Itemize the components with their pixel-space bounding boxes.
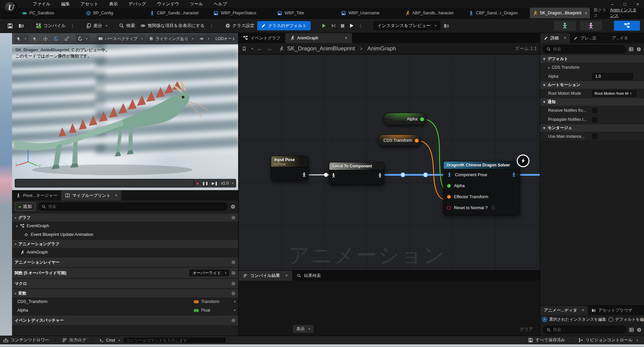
- menu-asset[interactable]: アセット: [76, 0, 103, 8]
- close-tab-icon[interactable]: ×: [564, 36, 566, 40]
- step-frame-icon[interactable]: ▶❚: [212, 181, 218, 186]
- save-asset-icon[interactable]: [7, 23, 13, 29]
- skeleton-mode-button[interactable]: [554, 21, 576, 31]
- details-search[interactable]: [543, 45, 626, 53]
- mesh-mode-button[interactable]: [580, 21, 602, 31]
- menu-window[interactable]: ウィンドウ: [152, 0, 184, 8]
- unreal-logo-icon[interactable]: U: [4, 1, 17, 14]
- row-propagate-notifies[interactable]: Propagate Notifies t...: [540, 115, 644, 124]
- breadcrumb-root[interactable]: SK_Dragon_AnimBlueprint: [287, 45, 355, 52]
- pose-output-pin[interactable]: [511, 172, 516, 177]
- lod-dropdown[interactable]: LODオート▾: [213, 34, 238, 43]
- diff-button[interactable]: 差分▾: [84, 21, 110, 31]
- hide-unrelated-kebab-icon[interactable]: ⋮: [209, 23, 214, 28]
- pin-row-effector-transform[interactable]: Effector Transform: [444, 191, 520, 202]
- receive-notifies-checkbox[interactable]: [592, 108, 597, 113]
- item-event-update-animation[interactable]: Event Blueprint Update Animation: [12, 230, 238, 239]
- display-options-icon[interactable]: [629, 47, 634, 52]
- override-dropdown[interactable]: オーバーライド▾: [189, 270, 229, 276]
- move-tool-icon[interactable]: [41, 34, 50, 43]
- record-icon[interactable]: ●: [196, 181, 199, 186]
- pose-input-pin[interactable]: [331, 173, 336, 178]
- reset-checkbox[interactable]: [491, 205, 496, 210]
- bool-input-pin[interactable]: [447, 206, 451, 210]
- node-local-to-component[interactable]: Local To Component: [329, 162, 384, 185]
- row-root-motion-mode[interactable]: Root Motion ModeRoot Motion from M▾: [540, 89, 644, 98]
- transform-input-pin[interactable]: [447, 195, 451, 199]
- bookmark-dropdown-icon[interactable]: [242, 46, 247, 51]
- row-use-main-instance[interactable]: Use Main Instance...: [540, 132, 644, 141]
- blueprint-mode-button[interactable]: [614, 21, 640, 31]
- root-motion-mode-dropdown[interactable]: Root Motion from M▾: [592, 90, 636, 97]
- menu-file[interactable]: ファイル: [28, 0, 55, 8]
- menu-debug[interactable]: デバッグ: [124, 0, 151, 8]
- menu-edit[interactable]: 編集: [56, 0, 74, 8]
- browse-preview-icon[interactable]: [444, 23, 449, 29]
- menu-view[interactable]: 表示: [104, 0, 122, 8]
- menu-help[interactable]: ヘルプ: [209, 0, 232, 8]
- console-command-input[interactable]: [126, 338, 223, 343]
- compile-filter-dropdown[interactable]: 表示▾: [293, 325, 314, 333]
- revision-control-button[interactable]: リビジョンコントロール▾: [578, 337, 641, 343]
- pin-row-alpha[interactable]: Alpha: [444, 180, 520, 191]
- tab-details[interactable]: 詳細×: [540, 33, 570, 43]
- stop-icon[interactable]: [340, 23, 345, 28]
- radio-edit-selected-instance[interactable]: [542, 317, 547, 322]
- gear-icon[interactable]: [636, 47, 641, 52]
- section-graphs[interactable]: ▾グラフ⊕: [12, 214, 238, 222]
- close-button[interactable]: ×: [631, 0, 644, 8]
- tab-wbp-playerstatus[interactable]: WBP_PlayerStatus: [211, 8, 271, 18]
- node-dragonik-solver[interactable]: DragonIK Chinese Dragon Solver Component…: [443, 161, 520, 215]
- close-tab-icon[interactable]: ×: [582, 308, 584, 313]
- propagate-notifies-checkbox[interactable]: [592, 117, 597, 122]
- add-macro-icon[interactable]: ⊕: [231, 281, 235, 287]
- preview-instance-dropdown[interactable]: インスタンスをプレビュー▾: [374, 21, 440, 30]
- play-options-kebab-icon[interactable]: ⋮: [358, 23, 363, 28]
- preview-viewport[interactable]: ▾ ▾ パースペクティブ▾ ライティングあり▾ ▾ LODオート▾ ▾ SK_D…: [12, 33, 238, 190]
- pin-row-component-pose[interactable]: Component Pose: [444, 169, 520, 180]
- tab-asset-browser[interactable]: アセットブラウザ: [588, 306, 636, 315]
- close-tab-icon[interactable]: ×: [345, 36, 347, 40]
- save-status-button[interactable]: すべて保存済み: [528, 337, 565, 343]
- add-variable-icon[interactable]: ⊕: [231, 290, 235, 296]
- anim-preview-search-input[interactable]: [553, 327, 623, 332]
- pose-input-pin[interactable]: [447, 172, 452, 177]
- tab-pc-sandbox[interactable]: PC_Sandbox: [19, 8, 79, 18]
- breadcrumb-leaf[interactable]: AnimGraph: [367, 45, 396, 52]
- display-options-icon[interactable]: [629, 327, 634, 332]
- tab-bp-config[interactable]: BP_Config: [83, 8, 143, 18]
- scale-tool-icon[interactable]: [62, 34, 71, 43]
- add-function-icon[interactable]: ⊕: [231, 270, 235, 276]
- section-default[interactable]: ▾デフォルト: [540, 55, 644, 63]
- nav-forward-icon[interactable]: →: [266, 45, 273, 52]
- show-flags-dropdown[interactable]: ▾: [197, 34, 212, 43]
- add-button[interactable]: +追加: [15, 202, 35, 211]
- my-blueprint-search[interactable]: [38, 203, 228, 211]
- class-settings-button[interactable]: クラス設定: [222, 21, 257, 31]
- tab-asset-editor[interactable]: ア...イタ: [608, 33, 632, 43]
- content-drawer-button[interactable]: コンテンツドロワー: [3, 337, 49, 343]
- variable-visibility-icon[interactable]: ▾: [234, 309, 235, 312]
- gear-icon[interactable]: [230, 204, 235, 209]
- perspective-dropdown[interactable]: パースペクティブ▾: [96, 34, 145, 43]
- section-animation-layers[interactable]: アニメーションレイヤー⊕: [12, 258, 238, 267]
- hide-unrelated-button[interactable]: 無関係な項目を非表示にする: [138, 21, 207, 31]
- row-receive-notifies[interactable]: Receive Notifies fro...: [540, 106, 644, 115]
- tab-wbp-title[interactable]: WBP_Title: [275, 8, 335, 18]
- tab-sk-dragon-blueprint[interactable]: SK_Dragon...Blueprint×: [530, 8, 590, 18]
- tab-compile-results[interactable]: コンパイル結果×: [238, 271, 292, 281]
- tab-preview-settings[interactable]: プレ...定: [570, 33, 600, 43]
- section-root-motion[interactable]: ▾ルートモーション: [540, 81, 644, 89]
- section-montage[interactable]: ▾モンタージュ: [540, 124, 644, 132]
- timeline-scrub-bar[interactable]: [15, 179, 194, 188]
- variable-visibility-icon[interactable]: ▾: [234, 300, 235, 303]
- close-tab-icon[interactable]: ×: [115, 193, 117, 198]
- advance-frame-icon[interactable]: [349, 23, 354, 28]
- add-graph-icon[interactable]: ⊕: [231, 215, 235, 221]
- tab-abp-sandbox-character[interactable]: ABP_Sandb...haracter: [402, 8, 462, 18]
- graph-canvas[interactable]: アニメーション Alpha CDS Transform Input Pose I…: [238, 54, 540, 270]
- find-button[interactable]: 検索: [116, 21, 138, 31]
- compile-button[interactable]: コンパイル: [33, 21, 68, 31]
- minimize-button[interactable]: –: [606, 0, 619, 8]
- tab-pose-manager[interactable]: Pose...ネージャー: [12, 191, 61, 201]
